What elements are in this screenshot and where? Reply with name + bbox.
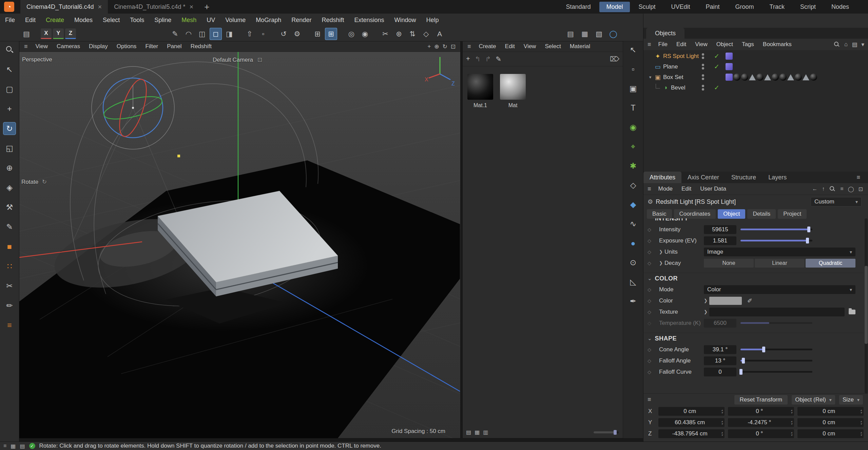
enable-check-icon[interactable]: ✓ [714,84,719,92]
material-tag-icon[interactable] [756,74,764,81]
x-size-input[interactable]: 0 cm▴▾ [797,407,864,416]
attribute-tab[interactable]: Structure [725,172,762,183]
spline-mode-icon[interactable]: ∿ [626,217,640,231]
color-section-header[interactable]: ⌄ COLOR [643,273,864,284]
pencil-tool-icon[interactable]: ✏ [3,299,16,312]
keyframe-bar-icon[interactable]: ▤ [564,28,577,40]
keyframe-add-icon[interactable]: ▦ [579,28,591,40]
cone-angle-input[interactable]: 39.1 ° [704,345,736,354]
object-row-plane[interactable]: ▭ Plane ✓ [643,61,868,72]
layout-tab[interactable]: Script [793,2,823,12]
workplane-box-icon[interactable]: ▫ [257,28,269,40]
back-icon[interactable]: ← [812,186,817,192]
size-mode-dropdown[interactable]: Size ▾ [839,395,863,405]
objects-menu-item[interactable]: Tags [737,39,758,50]
menu-icon[interactable]: ≡ [3,443,6,449]
camera-popup-icon[interactable]: ⊡ [257,57,262,63]
workplane-icon[interactable]: ▤ [20,28,33,40]
material-menu-item[interactable]: Material [565,41,595,52]
quantize-grid-icon[interactable]: ⊞ [325,28,337,40]
attribute-section-tab[interactable]: Coordinates [674,209,716,219]
z-rotation-input[interactable]: 0 °▴▾ [728,429,794,438]
live-select-icon[interactable]: ↖ [3,63,16,76]
menu-item[interactable]: Mesh [176,14,201,26]
knife-tool-icon[interactable]: ✂ [3,279,16,292]
falloff-curve-input[interactable]: 0 [704,368,736,376]
cube-primitive-icon[interactable]: ◫ [196,28,208,40]
layout-tab[interactable]: Nodes [825,2,856,12]
layout-tab[interactable]: Groom [729,2,761,12]
layout-icon[interactable]: ▤ [852,41,857,48]
falloff-curve-slider[interactable] [740,371,812,373]
chevron-right-icon[interactable]: ❯ [704,298,709,303]
object-name[interactable]: Box Set [663,74,683,81]
attribute-section-tab[interactable]: Project [778,209,807,219]
material-tag-icon[interactable] [779,74,787,81]
eyedropper-icon[interactable]: ✐ [747,297,752,305]
x-position-input[interactable]: 0 cm▴▾ [658,407,725,416]
chevron-right-icon[interactable]: ❯ [659,260,664,266]
material-menu-icon[interactable]: ≡ [463,43,475,50]
spline-pen-icon[interactable]: ✎ [169,28,181,40]
material-menu-item[interactable]: Select [540,41,565,52]
document-tab[interactable]: Cinema4D_Tutorial6.c4d × [20,0,108,14]
objects-menu-item[interactable]: Bookmarks [758,39,796,50]
reset-diamond-icon[interactable]: ◇ [648,298,659,304]
search-icon[interactable] [833,41,840,48]
keyframe-auto-icon[interactable]: ▧ [593,28,605,40]
y-position-input[interactable]: 60.4385 cm▴▾ [658,418,725,427]
visibility-toggles[interactable] [702,74,704,80]
close-tab-icon[interactable]: × [98,3,102,11]
menu-item[interactable]: Extensions [349,14,389,26]
visibility-toggles[interactable] [702,85,704,91]
falloff-angle-slider[interactable] [740,360,812,361]
workplane-mode-icon[interactable]: ◇ [626,178,640,192]
document-tab[interactable]: Cinema4D_Tutorial5.c4d * × [108,0,199,14]
sphere-mode-icon[interactable]: ● [626,236,640,250]
layout-tab[interactable]: Track [763,2,791,12]
lock-icon[interactable]: ◯ [848,186,854,192]
chevron-right-icon[interactable]: ❯ [659,249,664,254]
viewport-menu-item[interactable]: View [31,41,53,52]
attribute-tab[interactable]: Attributes [643,172,681,183]
menu-item[interactable]: Select [98,14,125,26]
reset-transform-button[interactable]: Reset Transform [734,395,788,405]
objects-menu-item[interactable]: Object [712,39,737,50]
view-mode-label[interactable]: Perspective [22,56,52,63]
edit-material-icon[interactable]: ✎ [496,55,501,63]
attributes-menu-item[interactable]: User Data [696,183,731,195]
intensity-input[interactable]: 59615 [704,225,736,234]
reset-diamond-icon[interactable]: ◇ [648,238,659,243]
snap-grid-icon[interactable]: ⊞ [311,28,324,40]
material-name[interactable]: Mat.1 [474,102,487,109]
rotate-tool-icon[interactable]: ↻ [3,122,16,135]
gizmo-tool-icon[interactable]: ⊕ [3,161,16,174]
coordinates-tag-icon[interactable] [726,63,733,70]
axis-mode-icon[interactable]: ⌖ [626,140,640,153]
objects-menu-icon[interactable]: ≡ [643,41,654,48]
menu-caret-icon[interactable]: ▾ [861,41,864,48]
menu-item[interactable]: Render [286,14,316,26]
color-swatch[interactable] [709,297,742,305]
attribute-section-tab[interactable]: Basic [647,209,672,219]
menu-item[interactable]: Redshift [316,14,349,26]
polygon-selection-tag-icon[interactable] [726,74,733,81]
menu-item[interactable]: Modes [69,14,98,26]
attributes-panel-menu-icon[interactable]: ≡ [856,172,860,183]
object-row-box-set[interactable]: ▾ ▣ Box Set [643,72,868,82]
attributes-menu-item[interactable]: Edit [677,183,696,195]
decay-option-button[interactable]: Linear [755,259,805,268]
shape-section-header[interactable]: ⌄ SHAPE [643,333,864,344]
pentagon-mode-icon[interactable]: ◆ [626,198,640,211]
reset-diamond-icon[interactable]: ◇ [648,309,659,315]
bevel-tool-icon[interactable]: ◨ [223,28,235,40]
texture-mode-icon[interactable]: T [626,101,640,115]
annotate-icon[interactable]: A [433,28,446,40]
color-mode-dropdown[interactable]: Color ▾ [704,285,855,294]
reset-diamond-icon[interactable]: ◇ [648,287,659,292]
material-preview-sphere[interactable] [467,74,493,100]
autokey-ring-icon[interactable]: ◯ [607,28,619,40]
reset-diamond-icon[interactable]: ◇ [648,369,659,375]
viewport-menu-item[interactable]: Options [112,41,141,52]
delete-material-icon[interactable]: ⌦ [610,55,619,63]
